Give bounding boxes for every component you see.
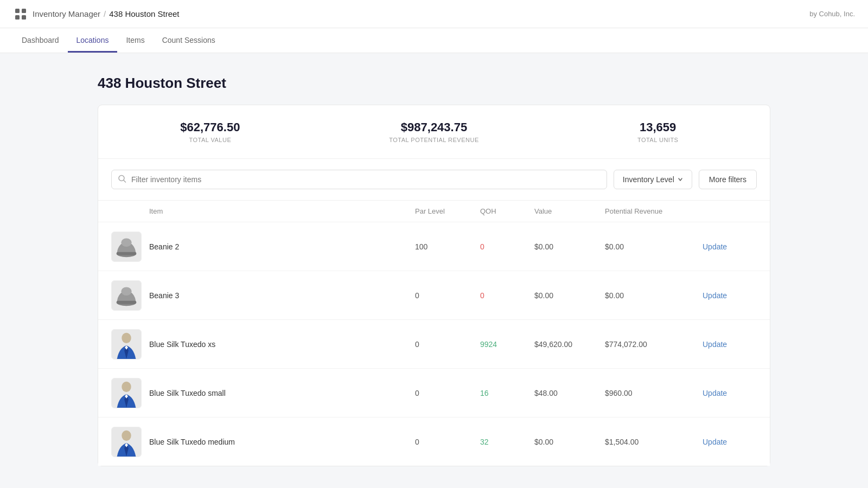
item-update-link[interactable]: Update	[703, 340, 757, 349]
company-label: by Cohub, Inc.	[809, 10, 855, 18]
col-action	[703, 207, 757, 215]
item-thumbnail	[111, 378, 142, 408]
nav-item-count-sessions[interactable]: Count Sessions	[154, 28, 224, 53]
col-qoh: QOH	[480, 207, 534, 215]
item-thumbnail	[111, 329, 142, 359]
app-name: Inventory Manager	[33, 9, 100, 18]
search-wrapper	[111, 170, 607, 189]
stat-value-total: $62,776.50	[98, 120, 322, 134]
item-update-link[interactable]: Update	[703, 242, 757, 251]
item-update-link[interactable]: Update	[703, 291, 757, 300]
svg-point-19	[122, 430, 131, 440]
svg-line-5	[124, 181, 126, 183]
inventory-table: Item Par Level QOH Value Potential Reven…	[98, 200, 770, 466]
item-value: $0.00	[534, 242, 605, 251]
stat-value-units: 13,659	[546, 120, 770, 134]
breadcrumb: Inventory Manager / 438 Houston Street	[33, 9, 180, 18]
item-potential-revenue: $774,072.00	[605, 340, 703, 349]
col-item: Item	[149, 207, 415, 215]
more-filters-button[interactable]: More filters	[699, 170, 757, 189]
item-par-level: 0	[415, 438, 480, 446]
item-potential-revenue: $0.00	[605, 291, 703, 300]
svg-rect-13	[117, 300, 137, 304]
svg-point-12	[121, 287, 131, 295]
item-par-level: 0	[415, 340, 480, 349]
item-value: $49,620.00	[534, 340, 605, 349]
item-name: Beanie 3	[149, 291, 415, 300]
table-body: Beanie 21000$0.00$0.00Update Beanie 300$…	[98, 222, 770, 466]
col-thumb	[111, 207, 149, 215]
stat-value-revenue: $987,243.75	[322, 120, 546, 134]
table-row: Blue Silk Tuxedo medium032$0.00$1,504.00…	[98, 417, 770, 466]
item-qoh: 32	[480, 438, 534, 446]
item-thumbnail-cell	[111, 427, 149, 457]
svg-point-17	[122, 381, 131, 391]
app-breadcrumb: Inventory Manager / 438 Houston Street	[13, 7, 180, 22]
main-content: 438 Houston Street $62,776.50 TOTAL VALU…	[0, 53, 868, 488]
item-thumbnail	[111, 427, 142, 457]
table-row: Blue Silk Tuxedo xs09924$49,620.00$774,0…	[98, 319, 770, 368]
item-potential-revenue: $960.00	[605, 389, 703, 397]
item-thumbnail	[111, 280, 142, 311]
item-potential-revenue: $1,504.00	[605, 438, 703, 446]
item-value: $0.00	[534, 438, 605, 446]
item-par-level: 100	[415, 242, 480, 251]
stat-label-revenue: TOTAL POTENTIAL REVENUE	[322, 137, 546, 143]
item-thumbnail-cell	[111, 378, 149, 408]
stat-total-potential-revenue: $987,243.75 TOTAL POTENTIAL REVENUE	[322, 120, 546, 143]
stat-total-units: 13,659 TOTAL UNITS	[546, 120, 770, 143]
svg-rect-2	[15, 15, 20, 20]
item-potential-revenue: $0.00	[605, 242, 703, 251]
table-row: Blue Silk Tuxedo small016$48.00$960.00Up…	[98, 368, 770, 417]
item-thumbnail	[111, 232, 142, 262]
item-thumbnail-cell	[111, 232, 149, 262]
app-icon	[13, 7, 28, 22]
col-potential-revenue: Potential Revenue	[605, 207, 703, 215]
item-value: $48.00	[534, 389, 605, 397]
item-thumbnail-cell	[111, 329, 149, 359]
nav-item-locations[interactable]: Locations	[68, 28, 118, 53]
inventory-level-label: Inventory Level	[623, 175, 674, 184]
svg-rect-9	[117, 252, 137, 255]
breadcrumb-location: 438 Houston Street	[109, 9, 179, 18]
search-input[interactable]	[111, 170, 607, 189]
table-row: Beanie 21000$0.00$0.00Update	[98, 222, 770, 271]
item-qoh: 9924	[480, 340, 534, 349]
item-name: Beanie 2	[149, 242, 415, 251]
item-thumbnail-cell	[111, 280, 149, 311]
stats-row: $62,776.50 TOTAL VALUE $987,243.75 TOTAL…	[98, 105, 770, 159]
svg-point-8	[121, 238, 131, 246]
stat-total-value: $62,776.50 TOTAL VALUE	[98, 120, 322, 143]
search-icon	[118, 175, 126, 185]
item-par-level: 0	[415, 389, 480, 397]
nav-bar: Dashboard Locations Items Count Sessions	[0, 28, 868, 53]
table-row: Beanie 300$0.00$0.00Update	[98, 271, 770, 319]
item-par-level: 0	[415, 291, 480, 300]
nav-item-dashboard[interactable]: Dashboard	[13, 28, 68, 53]
svg-rect-3	[22, 15, 26, 20]
col-par-level: Par Level	[415, 207, 480, 215]
breadcrumb-sep: /	[104, 9, 106, 18]
item-name: Blue Silk Tuxedo xs	[149, 340, 415, 349]
item-value: $0.00	[534, 291, 605, 300]
chevron-down-icon	[678, 177, 683, 182]
stats-card: $62,776.50 TOTAL VALUE $987,243.75 TOTAL…	[98, 105, 770, 466]
inventory-level-filter[interactable]: Inventory Level	[614, 170, 692, 189]
nav-item-items[interactable]: Items	[117, 28, 153, 53]
item-qoh: 16	[480, 389, 534, 397]
svg-rect-1	[22, 9, 26, 13]
svg-point-15	[122, 332, 131, 343]
item-qoh: 0	[480, 291, 534, 300]
item-qoh: 0	[480, 242, 534, 251]
top-bar: Inventory Manager / 438 Houston Street b…	[0, 0, 868, 28]
table-header: Item Par Level QOH Value Potential Reven…	[98, 201, 770, 222]
stat-label-total: TOTAL VALUE	[98, 137, 322, 143]
item-update-link[interactable]: Update	[703, 438, 757, 446]
filter-row: Inventory Level More filters	[98, 159, 770, 200]
item-update-link[interactable]: Update	[703, 389, 757, 397]
item-name: Blue Silk Tuxedo small	[149, 389, 415, 397]
item-name: Blue Silk Tuxedo medium	[149, 438, 415, 446]
page-title: 438 Houston Street	[98, 75, 770, 92]
stat-label-units: TOTAL UNITS	[546, 137, 770, 143]
col-value: Value	[534, 207, 605, 215]
